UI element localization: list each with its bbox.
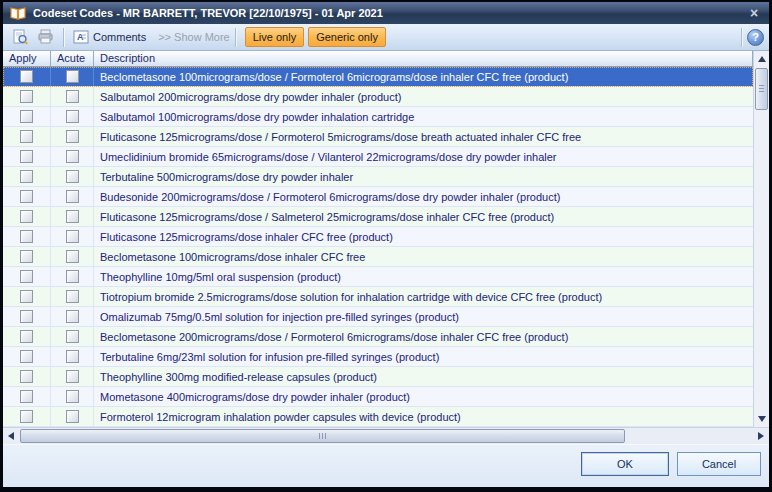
scroll-up-icon[interactable]: [758, 56, 766, 62]
acute-cell: [51, 267, 94, 286]
apply-checkbox[interactable]: [20, 410, 33, 423]
table-row[interactable]: Budesonide 200micrograms/dose / Formoter…: [3, 187, 753, 207]
apply-checkbox[interactable]: [20, 190, 33, 203]
table-row[interactable]: Beclometasone 200micrograms/dose / Formo…: [3, 327, 753, 347]
print-preview-icon: [12, 29, 29, 46]
acute-checkbox[interactable]: [66, 130, 79, 143]
table-row[interactable]: Formoterol 12microgram inhalation powder…: [3, 407, 753, 427]
apply-checkbox[interactable]: [20, 370, 33, 383]
apply-cell: [3, 107, 51, 126]
acute-cell: [51, 387, 94, 406]
acute-checkbox[interactable]: [66, 110, 79, 123]
apply-checkbox[interactable]: [20, 130, 33, 143]
apply-checkbox[interactable]: [20, 230, 33, 243]
ok-button[interactable]: OK: [581, 452, 669, 476]
table-row[interactable]: Beclometasone 100micrograms/dose inhaler…: [3, 247, 753, 267]
table-row[interactable]: Theophylline 10mg/5ml oral suspension (p…: [3, 267, 753, 287]
apply-cell: [3, 387, 51, 406]
apply-checkbox[interactable]: [20, 210, 33, 223]
acute-checkbox[interactable]: [66, 390, 79, 403]
show-more-link[interactable]: >> Show More: [158, 31, 230, 43]
table-row[interactable]: Fluticasone 125micrograms/dose inhaler C…: [3, 227, 753, 247]
apply-checkbox[interactable]: [20, 390, 33, 403]
footer-bar: OK Cancel: [3, 444, 769, 487]
generic-only-toggle[interactable]: Generic only: [308, 27, 386, 47]
acute-checkbox[interactable]: [66, 90, 79, 103]
table-row[interactable]: Terbutaline 6mg/23ml solution for infusi…: [3, 347, 753, 367]
acute-cell: [51, 107, 94, 126]
row-description: Tiotropium bromide 2.5micrograms/dose so…: [94, 287, 753, 306]
apply-cell: [3, 247, 51, 266]
table-row[interactable]: Terbutaline 500micrograms/dose dry powde…: [3, 167, 753, 187]
close-icon[interactable]: ×: [746, 6, 762, 20]
table-row[interactable]: Salbutamol 100micrograms/dose dry powder…: [3, 107, 753, 127]
apply-cell: [3, 347, 51, 366]
apply-checkbox[interactable]: [20, 270, 33, 283]
apply-checkbox[interactable]: [20, 290, 33, 303]
table-row[interactable]: Fluticasone 125micrograms/dose / Salmete…: [3, 207, 753, 227]
acute-cell: [51, 147, 94, 166]
acute-checkbox[interactable]: [66, 350, 79, 363]
vertical-scrollbar-thumb[interactable]: [755, 68, 768, 110]
apply-checkbox[interactable]: [20, 330, 33, 343]
apply-checkbox[interactable]: [20, 170, 33, 183]
apply-cell: [3, 87, 51, 106]
table-row[interactable]: Omalizumab 75mg/0.5ml solution for injec…: [3, 307, 753, 327]
acute-cell: [51, 167, 94, 186]
acute-checkbox[interactable]: [66, 290, 79, 303]
apply-checkbox[interactable]: [20, 310, 33, 323]
horizontal-scrollbar-thumb[interactable]: [20, 429, 625, 443]
acute-checkbox[interactable]: [66, 70, 79, 83]
print-button[interactable]: [33, 27, 58, 47]
apply-checkbox[interactable]: [20, 70, 33, 83]
table-row[interactable]: Umeclidinium bromide 65micrograms/dose /…: [3, 147, 753, 167]
table-row[interactable]: Beclometasone 100micrograms/dose / Formo…: [3, 67, 753, 87]
row-description: Mometasone 400micrograms/dose dry powder…: [94, 387, 753, 406]
comments-label: Comments: [93, 31, 146, 43]
comments-button[interactable]: A Comments: [69, 28, 150, 46]
acute-checkbox[interactable]: [66, 150, 79, 163]
acute-checkbox[interactable]: [66, 250, 79, 263]
acute-checkbox[interactable]: [66, 330, 79, 343]
table-row[interactable]: Mometasone 400micrograms/dose dry powder…: [3, 387, 753, 407]
apply-checkbox[interactable]: [20, 110, 33, 123]
table-row[interactable]: Fluticasone 125micrograms/dose / Formote…: [3, 127, 753, 147]
acute-checkbox[interactable]: [66, 230, 79, 243]
book-icon: [10, 6, 26, 20]
table-row[interactable]: Tiotropium bromide 2.5micrograms/dose so…: [3, 287, 753, 307]
acute-checkbox[interactable]: [66, 210, 79, 223]
column-header-description[interactable]: Description: [94, 51, 753, 66]
vertical-scrollbar[interactable]: [753, 51, 769, 427]
apply-checkbox[interactable]: [20, 150, 33, 163]
apply-checkbox[interactable]: [20, 90, 33, 103]
acute-checkbox[interactable]: [66, 410, 79, 423]
toolbar-separator: [63, 28, 64, 47]
scroll-left-icon[interactable]: [8, 432, 14, 440]
table-row[interactable]: Theophylline 300mg modified-release caps…: [3, 367, 753, 387]
toolbar: A Comments >> Show More Live only Generi…: [3, 24, 769, 51]
scroll-down-icon[interactable]: [758, 416, 766, 422]
live-only-toggle[interactable]: Live only: [245, 27, 304, 47]
acute-checkbox[interactable]: [66, 370, 79, 383]
column-header-acute[interactable]: Acute: [51, 51, 94, 66]
apply-checkbox[interactable]: [20, 350, 33, 363]
help-icon[interactable]: ?: [747, 29, 764, 46]
acute-cell: [51, 347, 94, 366]
acute-checkbox[interactable]: [66, 170, 79, 183]
apply-cell: [3, 147, 51, 166]
apply-checkbox[interactable]: [20, 250, 33, 263]
scroll-right-icon[interactable]: [758, 432, 764, 440]
print-preview-button[interactable]: [8, 27, 33, 48]
acute-checkbox[interactable]: [66, 270, 79, 283]
acute-checkbox[interactable]: [66, 310, 79, 323]
row-description: Umeclidinium bromide 65micrograms/dose /…: [94, 147, 753, 166]
acute-checkbox[interactable]: [66, 190, 79, 203]
apply-cell: [3, 167, 51, 186]
cancel-button[interactable]: Cancel: [677, 452, 761, 476]
apply-cell: [3, 207, 51, 226]
printer-icon: [37, 29, 54, 45]
column-header-apply[interactable]: Apply: [3, 51, 51, 66]
horizontal-scrollbar[interactable]: [3, 427, 769, 444]
table-row[interactable]: Salbutamol 200micrograms/dose dry powder…: [3, 87, 753, 107]
apply-cell: [3, 67, 51, 86]
